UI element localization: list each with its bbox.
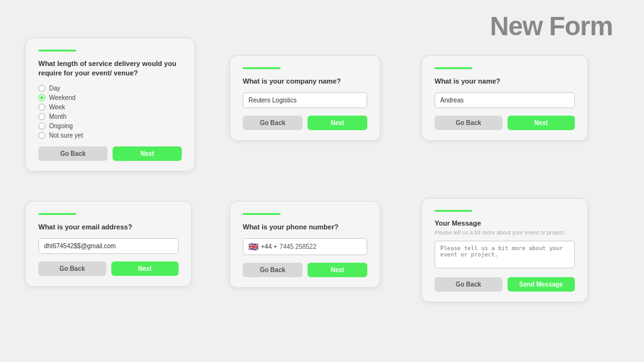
phone-input-row[interactable]: 🇬🇧 +44 + [243, 238, 367, 255]
name-question: What is your name? [435, 77, 575, 86]
company-name-card: What is your company name? Go Back Next [230, 55, 380, 141]
radio-label-weekend: Weekend [49, 94, 75, 101]
phone-card: What is your phone number? 🇬🇧 +44 + Go B… [230, 201, 380, 288]
message-title: Your Message [435, 219, 575, 227]
card5-buttons: Go Back Next [243, 263, 367, 277]
card2-buttons: Go Back Next [243, 116, 367, 130]
name-input[interactable] [435, 92, 575, 108]
card-top-bar [38, 50, 76, 52]
card3-buttons: Go Back Next [435, 116, 575, 130]
card5-next-button[interactable]: Next [308, 263, 367, 277]
card6-buttons: Go Back Send Message [435, 277, 575, 292]
radio-label-ongoing: Ongoing [49, 123, 73, 129]
radio-weekend[interactable]: Weekend [38, 94, 182, 101]
card4-back-button[interactable]: Go Back [38, 261, 106, 276]
card4-buttons: Go Back Next [38, 261, 179, 276]
card6-send-button[interactable]: Send Message [508, 277, 575, 292]
radio-week[interactable]: Week [38, 104, 182, 111]
service-delivery-question: What length of service delivery would yo… [38, 59, 182, 79]
card-top-bar-5 [243, 213, 280, 215]
radio-circle-not-sure [38, 132, 45, 139]
company-name-question: What is your company name? [243, 77, 367, 86]
company-name-input[interactable] [243, 92, 367, 108]
service-delivery-card: What length of service delivery would yo… [25, 38, 195, 172]
radio-label-week: Week [49, 104, 65, 111]
message-subtitle: Please tell us a bit more about your eve… [435, 229, 575, 236]
phone-number-input[interactable] [280, 243, 362, 250]
phone-question: What is your phone number? [243, 222, 367, 232]
card5-back-button[interactable]: Go Back [243, 263, 303, 277]
card-top-bar-3 [435, 67, 472, 69]
email-input[interactable] [38, 238, 179, 254]
name-card: What is your name? Go Back Next [421, 55, 588, 141]
service-options: Day Weekend Week Month Ongoing Not sure … [38, 85, 182, 139]
radio-circle-weekend [38, 94, 45, 101]
card2-back-button[interactable]: Go Back [243, 116, 303, 130]
card-top-bar-2 [243, 67, 280, 69]
message-textarea[interactable] [435, 241, 575, 268]
card3-back-button[interactable]: Go Back [435, 116, 502, 130]
radio-ongoing[interactable]: Ongoing [38, 123, 182, 129]
radio-label-month: Month [49, 113, 67, 120]
page-title: New Form [490, 11, 613, 41]
radio-month[interactable]: Month [38, 113, 182, 120]
flag-icon: 🇬🇧 [248, 242, 258, 251]
radio-label-day: Day [49, 85, 60, 92]
radio-circle-ongoing [38, 123, 45, 129]
radio-circle-day [38, 85, 45, 92]
card1-next-button[interactable]: Next [113, 146, 182, 161]
card3-next-button[interactable]: Next [508, 116, 575, 130]
radio-not-sure[interactable]: Not sure yet [38, 132, 182, 139]
email-card: What is your email address? Go Back Next [25, 201, 192, 287]
card2-next-button[interactable]: Next [308, 116, 367, 130]
card6-back-button[interactable]: Go Back [435, 277, 502, 292]
phone-code: +44 + [261, 243, 277, 250]
card-top-bar-4 [38, 213, 76, 215]
card4-next-button[interactable]: Next [111, 261, 179, 276]
card1-buttons: Go Back Next [38, 146, 182, 161]
radio-label-not-sure: Not sure yet [49, 132, 83, 139]
radio-day[interactable]: Day [38, 85, 182, 92]
message-card: Your Message Please tell us a bit more a… [421, 198, 588, 302]
card-top-bar-6 [435, 210, 472, 212]
card1-back-button[interactable]: Go Back [38, 146, 108, 161]
radio-circle-week [38, 104, 45, 111]
radio-circle-month [38, 113, 45, 120]
email-question: What is your email address? [38, 222, 179, 232]
